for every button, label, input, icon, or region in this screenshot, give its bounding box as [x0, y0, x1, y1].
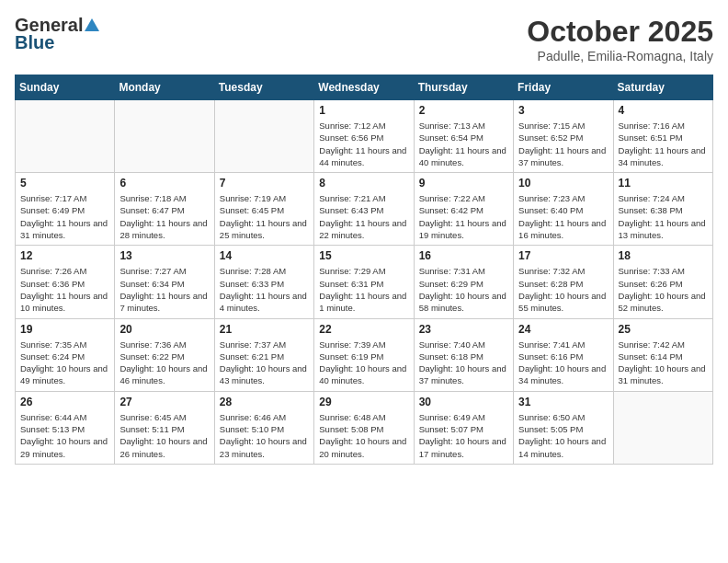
day-info: Sunrise: 7:24 AM Sunset: 6:38 PM Dayligh… [619, 192, 708, 241]
day-info: Sunrise: 7:37 AM Sunset: 6:21 PM Dayligh… [220, 339, 309, 387]
day-info: Sunrise: 7:33 AM Sunset: 6:26 PM Dayligh… [619, 265, 708, 314]
calendar-cell: 26Sunrise: 6:44 AM Sunset: 5:13 PM Dayli… [16, 391, 115, 464]
day-info: Sunrise: 6:45 AM Sunset: 5:11 PM Dayligh… [119, 411, 209, 460]
day-info: Sunrise: 7:29 AM Sunset: 6:31 PM Dayligh… [319, 265, 408, 314]
calendar-cell: 16Sunrise: 7:31 AM Sunset: 6:29 PM Dayli… [414, 246, 513, 318]
calendar-cell: 3Sunrise: 7:15 AM Sunset: 6:52 PM Daylig… [514, 100, 613, 173]
day-info: Sunrise: 7:23 AM Sunset: 6:40 PM Dayligh… [518, 192, 608, 241]
day-info: Sunrise: 7:35 AM Sunset: 6:24 PM Dayligh… [20, 339, 109, 387]
day-number: 9 [419, 177, 508, 190]
logo-arrow-icon [85, 18, 99, 35]
day-number: 26 [20, 396, 109, 408]
day-info: Sunrise: 7:13 AM Sunset: 6:54 PM Dayligh… [419, 120, 508, 168]
calendar-table: SundayMondayTuesdayWednesdayThursdayFrid… [15, 75, 713, 465]
day-number: 16 [419, 249, 508, 262]
day-number: 13 [119, 249, 209, 262]
day-number: 23 [419, 323, 508, 336]
logo-blue-text: Blue [15, 32, 54, 53]
day-number: 25 [619, 323, 708, 336]
weekday-header-friday: Friday [514, 75, 613, 100]
day-number: 21 [220, 323, 309, 336]
day-number: 2 [419, 104, 508, 117]
weekday-header-sunday: Sunday [16, 75, 115, 100]
day-info: Sunrise: 7:26 AM Sunset: 6:36 PM Dayligh… [20, 265, 109, 314]
calendar-cell: 25Sunrise: 7:42 AM Sunset: 6:14 PM Dayli… [613, 318, 712, 391]
day-number: 22 [319, 323, 408, 336]
day-info: Sunrise: 6:46 AM Sunset: 5:10 PM Dayligh… [220, 411, 309, 460]
calendar-cell: 6Sunrise: 7:18 AM Sunset: 6:47 PM Daylig… [115, 173, 214, 246]
calendar-cell: 4Sunrise: 7:16 AM Sunset: 6:51 PM Daylig… [613, 100, 712, 173]
day-info: Sunrise: 7:12 AM Sunset: 6:56 PM Dayligh… [319, 120, 408, 168]
weekday-header-wednesday: Wednesday [314, 75, 414, 100]
day-info: Sunrise: 7:40 AM Sunset: 6:18 PM Dayligh… [419, 339, 508, 387]
day-info: Sunrise: 7:41 AM Sunset: 6:16 PM Dayligh… [518, 339, 608, 387]
calendar-cell: 30Sunrise: 6:49 AM Sunset: 5:07 PM Dayli… [414, 391, 513, 464]
day-number: 24 [518, 323, 608, 336]
calendar-cell [214, 100, 313, 173]
day-number: 11 [619, 177, 708, 190]
calendar-cell: 15Sunrise: 7:29 AM Sunset: 6:31 PM Dayli… [314, 246, 414, 318]
calendar-cell: 8Sunrise: 7:21 AM Sunset: 6:43 PM Daylig… [314, 173, 414, 246]
day-number: 14 [220, 249, 309, 262]
calendar-week-row: 5Sunrise: 7:17 AM Sunset: 6:49 PM Daylig… [16, 173, 713, 246]
calendar-cell [16, 100, 115, 173]
calendar-cell: 1Sunrise: 7:12 AM Sunset: 6:56 PM Daylig… [314, 100, 414, 173]
day-info: Sunrise: 7:15 AM Sunset: 6:52 PM Dayligh… [518, 120, 608, 168]
svg-marker-0 [85, 18, 99, 31]
calendar-cell: 18Sunrise: 7:33 AM Sunset: 6:26 PM Dayli… [613, 246, 712, 318]
day-info: Sunrise: 6:50 AM Sunset: 5:05 PM Dayligh… [518, 411, 608, 460]
calendar-week-row: 19Sunrise: 7:35 AM Sunset: 6:24 PM Dayli… [16, 318, 713, 391]
calendar-cell: 19Sunrise: 7:35 AM Sunset: 6:24 PM Dayli… [16, 318, 115, 391]
title-area: October 2025 Padulle, Emilia-Romagna, It… [527, 15, 713, 63]
calendar-cell: 13Sunrise: 7:27 AM Sunset: 6:34 PM Dayli… [115, 246, 214, 318]
day-number: 15 [319, 249, 408, 262]
day-number: 1 [319, 104, 408, 117]
weekday-header-monday: Monday [115, 75, 214, 100]
month-year-title: October 2025 [527, 15, 713, 49]
day-info: Sunrise: 7:31 AM Sunset: 6:29 PM Dayligh… [419, 265, 508, 314]
day-number: 12 [20, 249, 109, 262]
day-number: 10 [518, 177, 608, 190]
calendar-cell: 9Sunrise: 7:22 AM Sunset: 6:42 PM Daylig… [414, 173, 513, 246]
calendar-cell: 29Sunrise: 6:48 AM Sunset: 5:08 PM Dayli… [314, 391, 414, 464]
calendar-cell [613, 391, 712, 464]
day-info: Sunrise: 7:21 AM Sunset: 6:43 PM Dayligh… [319, 192, 408, 241]
calendar-cell: 10Sunrise: 7:23 AM Sunset: 6:40 PM Dayli… [514, 173, 613, 246]
weekday-header-tuesday: Tuesday [214, 75, 313, 100]
day-number: 17 [518, 249, 608, 262]
day-number: 20 [119, 323, 209, 336]
calendar-week-row: 1Sunrise: 7:12 AM Sunset: 6:56 PM Daylig… [16, 100, 713, 173]
calendar-cell: 17Sunrise: 7:32 AM Sunset: 6:28 PM Dayli… [514, 246, 613, 318]
day-info: Sunrise: 7:28 AM Sunset: 6:33 PM Dayligh… [220, 265, 309, 314]
day-info: Sunrise: 7:16 AM Sunset: 6:51 PM Dayligh… [619, 120, 708, 168]
day-number: 8 [319, 177, 408, 190]
calendar-week-row: 26Sunrise: 6:44 AM Sunset: 5:13 PM Dayli… [16, 391, 713, 464]
day-number: 31 [518, 396, 608, 408]
calendar-cell: 20Sunrise: 7:36 AM Sunset: 6:22 PM Dayli… [115, 318, 214, 391]
logo: General Blue [15, 15, 99, 53]
calendar-cell: 12Sunrise: 7:26 AM Sunset: 6:36 PM Dayli… [16, 246, 115, 318]
weekday-header-thursday: Thursday [414, 75, 513, 100]
day-number: 3 [518, 104, 608, 117]
day-number: 29 [319, 396, 408, 408]
day-info: Sunrise: 6:44 AM Sunset: 5:13 PM Dayligh… [20, 411, 109, 460]
day-info: Sunrise: 7:22 AM Sunset: 6:42 PM Dayligh… [419, 192, 508, 241]
day-number: 7 [220, 177, 309, 190]
page-header: General Blue October 2025 Padulle, Emili… [15, 15, 713, 63]
calendar-cell: 2Sunrise: 7:13 AM Sunset: 6:54 PM Daylig… [414, 100, 513, 173]
calendar-cell: 5Sunrise: 7:17 AM Sunset: 6:49 PM Daylig… [16, 173, 115, 246]
calendar-cell: 14Sunrise: 7:28 AM Sunset: 6:33 PM Dayli… [214, 246, 313, 318]
calendar-cell: 11Sunrise: 7:24 AM Sunset: 6:38 PM Dayli… [613, 173, 712, 246]
day-number: 4 [619, 104, 708, 117]
day-info: Sunrise: 7:17 AM Sunset: 6:49 PM Dayligh… [20, 192, 109, 241]
day-info: Sunrise: 6:49 AM Sunset: 5:07 PM Dayligh… [419, 411, 508, 460]
calendar-cell: 21Sunrise: 7:37 AM Sunset: 6:21 PM Dayli… [214, 318, 313, 391]
day-info: Sunrise: 7:19 AM Sunset: 6:45 PM Dayligh… [220, 192, 309, 241]
day-number: 19 [20, 323, 109, 336]
calendar-cell: 23Sunrise: 7:40 AM Sunset: 6:18 PM Dayli… [414, 318, 513, 391]
day-number: 27 [119, 396, 209, 408]
day-number: 28 [220, 396, 309, 408]
day-number: 5 [20, 177, 109, 190]
weekday-header-row: SundayMondayTuesdayWednesdayThursdayFrid… [16, 75, 713, 100]
day-info: Sunrise: 7:36 AM Sunset: 6:22 PM Dayligh… [119, 339, 209, 387]
